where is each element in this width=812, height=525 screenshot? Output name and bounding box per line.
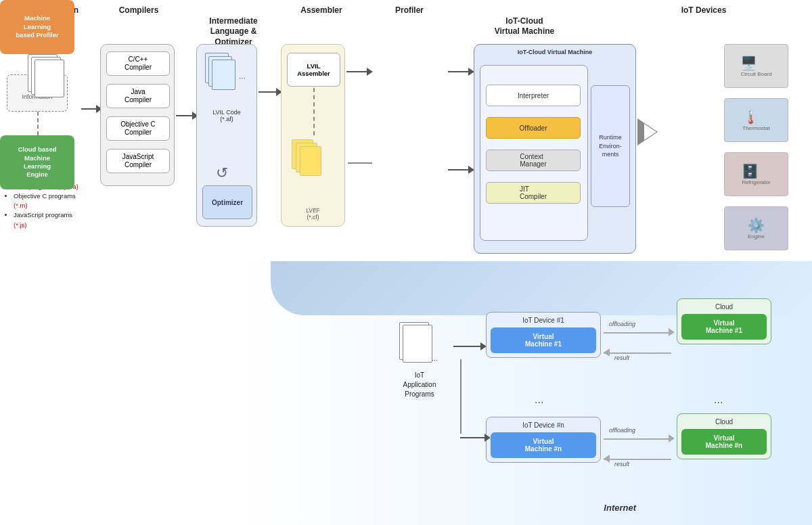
bottom-iot-app-label: IoT Application Programs (399, 371, 440, 399)
file-page-3 (35, 60, 64, 97)
result-label-1: result (614, 355, 629, 361)
bottom-arrow-to-device-n (460, 434, 491, 442)
lvef-files (292, 139, 336, 187)
iot-device-n-title: IoT Device #n (491, 421, 596, 429)
lvef-to-cloudml-line (348, 162, 372, 164)
iot-device-1-box: IoT Device #1 Virtual Machine #1 (486, 312, 601, 358)
optimizer-box: Optimizer (202, 185, 252, 219)
cpp-compiler-box: C/C++Compiler (106, 51, 170, 76)
cloud-ml-box: Cloud based Machine Learning Engine (0, 135, 74, 189)
offloading-line-n (604, 438, 671, 440)
java-compiler-box: JavaCompiler (106, 84, 170, 108)
device-circuit-board: 🖥️ Circuit Board (724, 44, 788, 88)
iot-cloud-vm-inner: Interpreter Offloader Context Manager JI… (480, 65, 588, 241)
bottom-iot-app-area: ··· IoT Application Programs (399, 322, 440, 399)
iot-cloud-vm-outer: IoT-Cloud Virtual Machine Interpreter Of… (474, 44, 636, 254)
result-arrow-n (604, 455, 610, 463)
offloading-arrow-n (669, 434, 675, 442)
bottom-file-2 (403, 325, 432, 363)
vm-1-box: Virtual Machine #1 (491, 327, 596, 353)
offloader-box: Offloader (486, 117, 581, 139)
bottom-diagram: ··· IoT Application Programs IoT Device … (0, 261, 812, 525)
offloading-label-1: offloading (609, 321, 635, 327)
il-file-3 (212, 60, 235, 90)
lvef-file-3 (300, 146, 321, 176)
interpreter-box: Interpreter (486, 85, 581, 106)
runtime-env-label: Runtime Environ- ments (599, 133, 622, 159)
context-manager-box: Context Manager (486, 150, 581, 171)
objective-c-compiler-box: Objective CCompiler (106, 116, 170, 141)
offloading-line-1 (604, 332, 671, 334)
result-line-n (604, 459, 671, 460)
header-compilers: Compilers (105, 5, 173, 16)
iot-device-n-box: IoT Device #n Virtual Machine #n (486, 417, 601, 463)
device-refrigerator: 🗄️ Refrigerator (724, 152, 788, 196)
lvef-label: LVEF (*.cf) (281, 207, 344, 221)
cloud-title: Cloud (681, 303, 767, 311)
javascript-compiler-box: JavaScriptCompiler (106, 149, 170, 173)
header-il: Intermediate Language & Optimizer (200, 5, 267, 47)
result-label-n: result (614, 461, 629, 467)
offloading-arrow-1 (669, 328, 675, 336)
arrow-cloudml-to-vm (448, 166, 474, 174)
dots-middle: ··· (535, 396, 543, 409)
header-assembler: Assembler (291, 5, 352, 16)
cloud-vm-1-box: Virtual Machine #1 (681, 314, 767, 340)
vertical-line-to-n (460, 359, 461, 434)
assembler-box: LVIL Assembler (287, 53, 340, 87)
assembler-panel: LVIL Assembler LVEF (*.cf) (281, 44, 345, 227)
arrow-inner (644, 124, 656, 140)
bottom-arrow-to-device1 (453, 342, 487, 350)
arrow-app-to-compilers (81, 105, 102, 113)
device-thermostat: 🌡️ Thermostat (724, 98, 788, 142)
il-code-label: LVIL Code (*.af) (197, 109, 256, 122)
dots-cloud-middle: ··· (714, 396, 723, 409)
arrow-assembler-to-profiler (346, 68, 373, 76)
arrow-compilers-to-il (176, 112, 198, 120)
cloud-vm-n-box-outer: Cloud Virtual Machine #n (677, 413, 771, 459)
device-engine: ⚙️ Engine (724, 206, 788, 250)
jit-compiler-box: JIT Compiler (486, 182, 581, 204)
result-line-1 (604, 352, 671, 354)
cloud-vm-n-title: Cloud (681, 418, 767, 426)
arrow-il-to-assembler (258, 88, 282, 96)
il-panel: ··· LVIL Code (*.af) Optimizer ↺ (196, 44, 257, 227)
offloading-label-n: offloading (609, 427, 635, 434)
compilers-panel: C/C++Compiler JavaCompiler Objective CCo… (100, 44, 175, 186)
vm-title: IoT-Cloud Virtual Machine (474, 49, 635, 55)
header-iot-cloud-vm: IoT-Cloud Virtual Machine (480, 5, 568, 37)
cloud-vm-n-box: Virtual Machine #n (681, 429, 767, 455)
cloud-box: Cloud Virtual Machine #1 (677, 298, 771, 344)
iot-device-1-title: IoT Device #1 (491, 317, 596, 324)
internet-label: Internet (604, 503, 636, 513)
result-arrow-1 (604, 348, 610, 357)
vm-n-box: Virtual Machine #n (491, 432, 596, 458)
arrow-profiler-to-vm (448, 68, 474, 76)
header-iot-devices: IoT Devices (663, 5, 744, 16)
ml-profiler-box: Machine Learning based Profiler (0, 0, 74, 54)
top-diagram: IoT Application Programs Compilers Inter… (0, 0, 812, 284)
iot-devices-col: 🖥️ Circuit Board 🌡️ Thermostat 🗄️ Refrig… (710, 44, 798, 254)
header-profiler: Profiler (379, 5, 440, 16)
runtime-environments: Runtime Environ- ments (591, 85, 630, 207)
